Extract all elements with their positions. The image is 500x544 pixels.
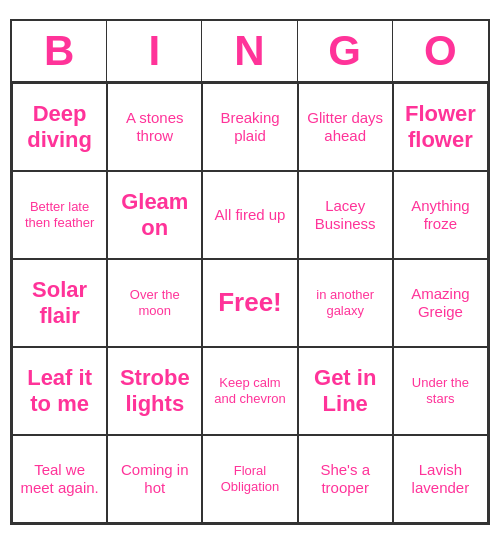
bingo-header: B I N G O xyxy=(12,21,488,83)
bingo-cell-14: Amazing Greige xyxy=(393,259,488,347)
bingo-cell-24: Lavish lavender xyxy=(393,435,488,523)
bingo-cell-4: Flower flower xyxy=(393,83,488,171)
bingo-cell-11: Over the moon xyxy=(107,259,202,347)
bingo-cell-13: in another galaxy xyxy=(298,259,393,347)
bingo-cell-9: Anything froze xyxy=(393,171,488,259)
letter-g: G xyxy=(298,21,393,81)
bingo-cell-21: Coming in hot xyxy=(107,435,202,523)
letter-o: O xyxy=(393,21,488,81)
bingo-cell-17: Keep calm and chevron xyxy=(202,347,297,435)
bingo-cell-6: Gleam on xyxy=(107,171,202,259)
bingo-cell-7: All fired up xyxy=(202,171,297,259)
bingo-cell-3: Glitter days ahead xyxy=(298,83,393,171)
bingo-cell-23: She's a trooper xyxy=(298,435,393,523)
letter-n: N xyxy=(202,21,297,81)
bingo-cell-16: Strobe lights xyxy=(107,347,202,435)
bingo-cell-1: A stones throw xyxy=(107,83,202,171)
bingo-cell-20: Teal we meet again. xyxy=(12,435,107,523)
bingo-cell-18: Get in Line xyxy=(298,347,393,435)
bingo-cell-8: Lacey Business xyxy=(298,171,393,259)
bingo-card: B I N G O Deep divingA stones throwBreak… xyxy=(10,19,490,525)
bingo-cell-10: Solar flair xyxy=(12,259,107,347)
letter-i: I xyxy=(107,21,202,81)
letter-b: B xyxy=(12,21,107,81)
bingo-cell-2: Breaking plaid xyxy=(202,83,297,171)
bingo-cell-19: Under the stars xyxy=(393,347,488,435)
bingo-cell-15: Leaf it to me xyxy=(12,347,107,435)
bingo-cell-0: Deep diving xyxy=(12,83,107,171)
bingo-cell-22: Floral Obligation xyxy=(202,435,297,523)
bingo-cell-12: Free! xyxy=(202,259,297,347)
bingo-cell-5: Better late then feather xyxy=(12,171,107,259)
bingo-grid: Deep divingA stones throwBreaking plaidG… xyxy=(12,83,488,523)
